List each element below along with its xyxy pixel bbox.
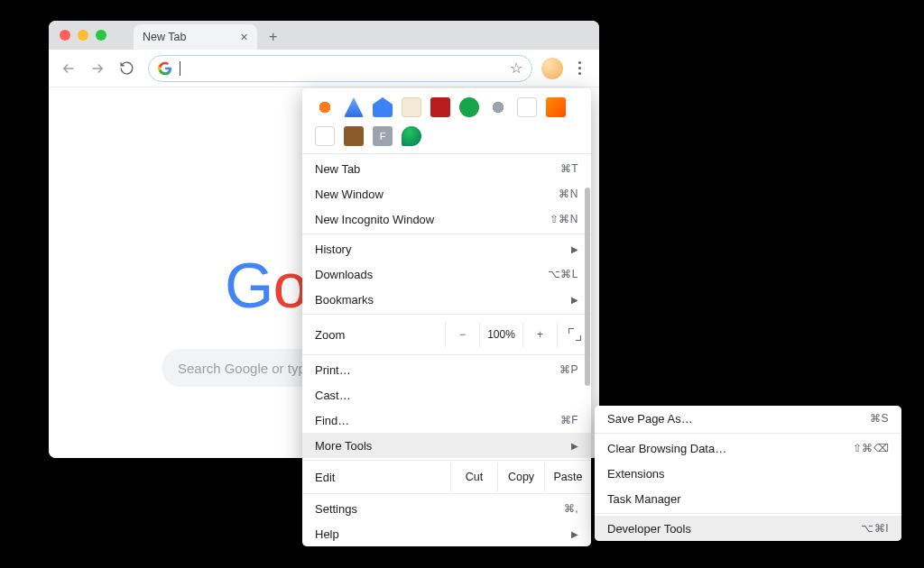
menu-item-history[interactable]: History ▶ [302,236,591,261]
close-tab-icon[interactable]: × [240,30,247,44]
bookmark-star-icon[interactable]: ☆ [510,60,522,77]
submenu-item-clear-data[interactable]: Clear Browsing Data… ⇧⌘⌫ [595,435,901,461]
extension-icon[interactable] [344,97,364,117]
menu-item-more-tools[interactable]: More Tools ▶ [302,433,591,458]
edit-paste-button[interactable]: Paste [544,463,591,491]
forward-button[interactable] [85,56,110,81]
address-bar[interactable]: ☆ [148,55,532,82]
fullscreen-icon [568,328,581,341]
chevron-right-icon: ▶ [571,244,578,254]
menu-item-zoom: Zoom − 100% + [302,316,591,353]
chevron-right-icon: ▶ [571,295,578,305]
extension-icon[interactable] [430,97,450,117]
arrow-left-icon [60,60,77,77]
extensions-grid: F [302,88,591,151]
extension-icon[interactable] [546,97,566,117]
menu-item-bookmarks[interactable]: Bookmarks ▶ [302,287,591,312]
zoom-in-button[interactable]: + [522,322,557,347]
extension-icon[interactable] [344,126,364,146]
back-button[interactable] [56,56,81,81]
menu-item-cast[interactable]: Cast… [302,382,591,408]
edit-copy-button[interactable]: Copy [497,463,544,491]
menu-item-edit: Edit Cut Copy Paste [302,463,591,491]
submenu-item-extensions[interactable]: Extensions [595,461,901,486]
tab-strip: New Tab × + [134,21,588,50]
menu-item-find[interactable]: Find… ⌘F [302,408,591,433]
extension-icon[interactable] [315,126,335,146]
menu-item-new-incognito[interactable]: New Incognito Window ⇧⌘N [302,206,591,232]
more-tools-submenu: Save Page As… ⌘S Clear Browsing Data… ⇧⌘… [595,406,901,541]
extension-icon[interactable] [459,97,479,117]
window-controls [60,30,106,41]
chrome-menu: F New Tab ⌘T New Window ⌘N New Incognito… [302,88,591,546]
extension-icon[interactable] [517,97,537,117]
extension-icon[interactable] [315,97,335,117]
extension-icon[interactable] [402,97,421,117]
zoom-out-button[interactable]: − [445,322,479,347]
menu-item-new-tab[interactable]: New Tab ⌘T [302,156,591,181]
zoom-level: 100% [479,322,522,347]
arrow-right-icon [89,60,106,77]
toolbar: ☆ [49,50,599,87]
reload-button[interactable] [114,56,139,81]
chevron-right-icon: ▶ [571,441,578,451]
chevron-right-icon: ▶ [571,529,578,539]
maximize-window-button[interactable] [96,30,106,41]
extension-icon[interactable] [488,97,508,117]
close-window-button[interactable] [60,30,70,41]
chrome-menu-button[interactable] [567,56,592,81]
extension-icon[interactable] [402,126,421,146]
minimize-window-button[interactable] [78,30,88,41]
submenu-item-task-manager[interactable]: Task Manager [595,486,901,511]
extension-icon[interactable]: F [373,126,393,146]
browser-tab[interactable]: New Tab × [134,24,257,50]
google-icon [158,61,172,76]
submenu-item-save-page[interactable]: Save Page As… ⌘S [595,406,901,431]
menu-item-print[interactable]: Print… ⌘P [302,357,591,382]
menu-item-new-window[interactable]: New Window ⌘N [302,181,591,206]
reload-icon [119,60,134,76]
profile-avatar[interactable] [541,58,563,79]
new-tab-button[interactable]: + [263,26,284,48]
extension-icon[interactable] [373,97,393,117]
edit-cut-button[interactable]: Cut [450,463,497,491]
menu-item-help[interactable]: Help ▶ [302,521,591,546]
scrollbar[interactable] [585,188,590,386]
submenu-item-developer-tools[interactable]: Developer Tools ⌥⌘I [595,516,901,541]
titlebar: New Tab × + [49,21,599,50]
menu-item-settings[interactable]: Settings ⌘, [302,496,591,521]
menu-item-downloads[interactable]: Downloads ⌥⌘L [302,261,591,287]
tab-title: New Tab [143,31,186,43]
text-cursor [180,61,180,76]
